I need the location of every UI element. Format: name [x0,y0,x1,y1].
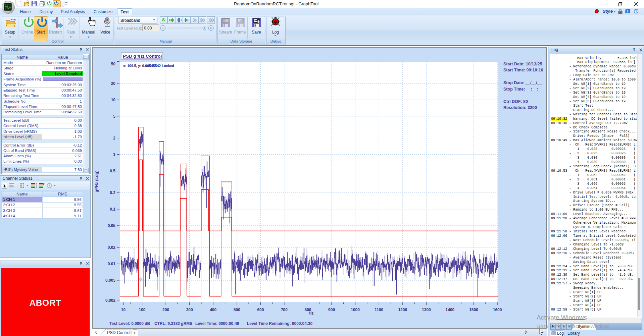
svg-text:Stop Time: __:__:__: Stop Time: __:__:__ [503,87,543,92]
svg-text:200: 200 [162,307,169,312]
svg-text:700: 700 [281,307,288,312]
svg-text:?: ? [627,10,629,13]
svg-text:?: ? [635,9,637,13]
svg-text:50: 50 [111,62,116,66]
svg-text:900: 900 [328,307,335,312]
svg-text:1300: 1300 [422,307,431,312]
svg-text:Log: Log [557,331,564,336]
svg-text:1: 1 [113,152,115,157]
svg-text:Ctrl DOF: 80: Ctrl DOF: 80 [503,99,528,104]
svg-text:300: 300 [186,307,193,312]
svg-text:x: 109.5, y: 0.00545542 Locked: x: 109.5, y: 0.00545542 Locked [123,64,174,68]
svg-text:20: 20 [111,81,116,86]
svg-text:0.1: 0.1 [110,207,115,212]
svg-text:1600: 1600 [493,307,502,312]
svg-text:Stop Date: __/__/__: Stop Date: __/__/__ [503,80,542,85]
svg-text:5: 5 [113,114,115,119]
svg-text:2: 2 [113,136,115,141]
svg-text:0.02: 0.02 [108,245,116,250]
svg-text:1400: 1400 [446,307,455,312]
svg-text:+: + [134,331,136,335]
svg-text:Style: Style [603,9,613,14]
svg-text:0.05: 0.05 [108,223,116,228]
svg-text:0.5: 0.5 [110,169,115,173]
svg-text:10: 10 [121,307,126,312]
svg-text:Test Level: 0.0000 dB: Test Level: 0.0000 dB [109,321,150,326]
svg-text:1100: 1100 [375,307,383,312]
svg-text:CTRL: 9.3182 gRMS: CTRL: 9.3182 gRMS [154,321,192,326]
svg-text:1200: 1200 [398,307,407,312]
svg-text:500: 500 [234,307,240,312]
svg-text:0.002: 0.002 [105,298,115,303]
svg-text:Level Time Remaining: 0000:04:: Level Time Remaining: 0000:04:30 [247,321,313,326]
svg-text:400: 400 [210,307,216,312]
svg-text:Hz: Hz [309,311,314,316]
svg-text:PSD Control: PSD Control [107,330,130,335]
svg-text:0.005: 0.005 [105,278,115,283]
svg-text:Library: Library [567,331,580,336]
svg-text:0.01: 0.01 [108,262,116,266]
svg-text:g²/Hz (Log): g²/Hz (Log) [94,170,99,192]
svg-text:0.2: 0.2 [110,190,115,195]
svg-text:1000: 1000 [351,307,360,312]
svg-text:PSD g²/Hz Control: PSD g²/Hz Control [123,54,162,59]
svg-text:10: 10 [111,98,116,102]
svg-text:1500: 1500 [469,307,478,312]
svg-text:600: 600 [257,307,264,312]
svg-text:Level Time: 0000:00:49: Level Time: 0000:00:49 [195,321,239,326]
svg-text:Resolution: 3200: Resolution: 3200 [503,105,537,110]
svg-text:100: 100 [139,307,145,312]
svg-text:Start Time: 09:10:16: Start Time: 09:10:16 [503,68,543,72]
svg-text:Start Date: 10/13/25: Start Date: 10/13/25 [503,62,542,66]
